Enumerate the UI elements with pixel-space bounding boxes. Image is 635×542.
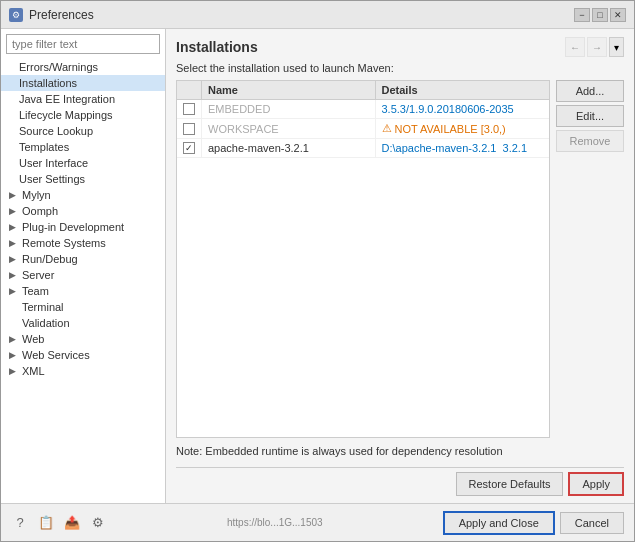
title-bar: ⚙ Preferences − □ ✕	[1, 1, 634, 29]
expand-arrow-run: ▶	[9, 254, 19, 264]
col-checkbox	[177, 81, 202, 99]
expand-arrow-team: ▶	[9, 286, 19, 296]
sidebar-item-user-interface[interactable]: User Interface	[1, 155, 165, 171]
sidebar-item-user-settings[interactable]: User Settings	[1, 171, 165, 187]
row2-details: ⚠NOT AVAILABLE [3.0,)	[376, 119, 550, 138]
close-button[interactable]: ✕	[610, 8, 626, 22]
row3-name: apache-maven-3.2.1	[202, 139, 376, 157]
table-header: Name Details	[177, 81, 549, 100]
installations-table: Name Details EMBEDDED 3.5.3/1.9.0.201806…	[176, 80, 550, 438]
nav-buttons: ← → ▾	[565, 37, 624, 57]
col-details: Details	[376, 81, 550, 99]
preferences-window: ⚙ Preferences − □ ✕ Errors/Warnings Inst…	[0, 0, 635, 542]
expand-arrow-server: ▶	[9, 270, 19, 280]
expand-arrow-remote: ▶	[9, 238, 19, 248]
sidebar: Errors/Warnings Installations Java EE In…	[1, 29, 166, 503]
row3-details: D:\apache-maven-3.2.1 3.2.1	[376, 139, 550, 157]
expand-arrow-web: ▶	[9, 334, 19, 344]
nav-forward-button[interactable]: →	[587, 37, 607, 57]
panel-header: Installations ← → ▾	[176, 37, 624, 57]
bottom-buttons: Restore Defaults Apply	[176, 467, 624, 498]
apply-button[interactable]: Apply	[568, 472, 624, 496]
row3-checkbox[interactable]: ✓	[183, 142, 195, 154]
title-buttons: − □ ✕	[574, 8, 626, 22]
right-panel: Installations ← → ▾ Select the installat…	[166, 29, 634, 503]
row1-name: EMBEDDED	[202, 100, 376, 118]
nav-back-button[interactable]: ←	[565, 37, 585, 57]
row2-name: WORKSPACE	[202, 119, 376, 138]
sidebar-item-web[interactable]: ▶ Web	[1, 331, 165, 347]
main-content: Errors/Warnings Installations Java EE In…	[1, 29, 634, 503]
expand-arrow-plugin: ▶	[9, 222, 19, 232]
sidebar-item-web-services[interactable]: ▶ Web Services	[1, 347, 165, 363]
row3-checkbox-cell[interactable]: ✓	[177, 139, 202, 157]
maximize-button[interactable]: □	[592, 8, 608, 22]
footer-left: ? 📋 📤 ⚙	[11, 514, 107, 532]
table-row[interactable]: EMBEDDED 3.5.3/1.9.0.20180606-2035	[177, 100, 549, 119]
row1-checkbox-cell[interactable]	[177, 100, 202, 118]
side-buttons: Add... Edit... Remove	[556, 80, 624, 438]
sidebar-item-validation[interactable]: ▶ Validation	[1, 315, 165, 331]
sidebar-item-run-debug[interactable]: ▶ Run/Debug	[1, 251, 165, 267]
title-bar-left: ⚙ Preferences	[9, 8, 94, 22]
sidebar-item-java-ee[interactable]: Java EE Integration	[1, 91, 165, 107]
window-title: Preferences	[29, 8, 94, 22]
sidebar-item-installations[interactable]: Installations	[1, 75, 165, 91]
row2-checkbox[interactable]	[183, 123, 195, 135]
edit-button[interactable]: Edit...	[556, 105, 624, 127]
sidebar-item-mylyn[interactable]: ▶ Mylyn	[1, 187, 165, 203]
watermark: https://blo...1G...1503	[107, 517, 443, 528]
col-name: Name	[202, 81, 376, 99]
sidebar-item-templates[interactable]: Templates	[1, 139, 165, 155]
apply-and-close-button[interactable]: Apply and Close	[443, 511, 555, 535]
panel-subtitle: Select the installation used to launch M…	[176, 62, 624, 74]
sidebar-item-xml[interactable]: ▶ XML	[1, 363, 165, 379]
sidebar-item-lifecycle[interactable]: Lifecycle Mappings	[1, 107, 165, 123]
sidebar-item-errors-warnings[interactable]: Errors/Warnings	[1, 59, 165, 75]
table-body: EMBEDDED 3.5.3/1.9.0.20180606-2035 WORKS…	[177, 100, 549, 437]
table-row[interactable]: ✓ apache-maven-3.2.1 D:\apache-maven-3.2…	[177, 139, 549, 158]
restore-defaults-button[interactable]: Restore Defaults	[456, 472, 564, 496]
expand-arrow-mylyn: ▶	[9, 190, 19, 200]
export-icon[interactable]: 📋	[37, 514, 55, 532]
note-text: Note: Embedded runtime is always used fo…	[176, 444, 624, 459]
table-row[interactable]: WORKSPACE ⚠NOT AVAILABLE [3.0,)	[177, 119, 549, 139]
sidebar-item-team[interactable]: ▶ Team	[1, 283, 165, 299]
settings-icon[interactable]: ⚙	[89, 514, 107, 532]
app-icon: ⚙	[9, 8, 23, 22]
row1-details: 3.5.3/1.9.0.20180606-2035	[376, 100, 550, 118]
nav-dropdown-button[interactable]: ▾	[609, 37, 624, 57]
sidebar-item-remote-systems[interactable]: ▶ Remote Systems	[1, 235, 165, 251]
help-icon[interactable]: ?	[11, 514, 29, 532]
sidebar-tree: Errors/Warnings Installations Java EE In…	[1, 59, 165, 503]
warning-icon: ⚠	[382, 122, 392, 135]
import-icon[interactable]: 📤	[63, 514, 81, 532]
panel-title: Installations	[176, 39, 258, 55]
sidebar-item-plugin-dev[interactable]: ▶ Plug-in Development	[1, 219, 165, 235]
remove-button[interactable]: Remove	[556, 130, 624, 152]
sidebar-item-terminal[interactable]: ▶ Terminal	[1, 299, 165, 315]
filter-input[interactable]	[6, 34, 160, 54]
expand-arrow-oomph: ▶	[9, 206, 19, 216]
row2-checkbox-cell[interactable]	[177, 119, 202, 138]
row1-checkbox[interactable]	[183, 103, 195, 115]
footer: ? 📋 📤 ⚙ https://blo...1G...1503 Apply an…	[1, 503, 634, 541]
sidebar-item-server[interactable]: ▶ Server	[1, 267, 165, 283]
installations-area: Name Details EMBEDDED 3.5.3/1.9.0.201806…	[176, 80, 624, 438]
sidebar-item-oomph[interactable]: ▶ Oomph	[1, 203, 165, 219]
expand-arrow-web-services: ▶	[9, 350, 19, 360]
cancel-button[interactable]: Cancel	[560, 512, 624, 534]
minimize-button[interactable]: −	[574, 8, 590, 22]
footer-right: Apply and Close Cancel	[443, 511, 624, 535]
expand-arrow-xml: ▶	[9, 366, 19, 376]
sidebar-item-source-lookup[interactable]: Source Lookup	[1, 123, 165, 139]
add-button[interactable]: Add...	[556, 80, 624, 102]
